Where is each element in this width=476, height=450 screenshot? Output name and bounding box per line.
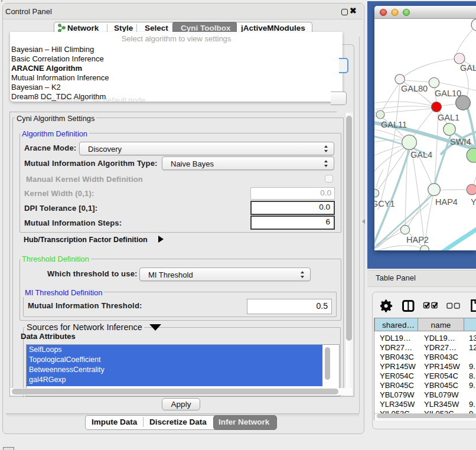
svg-text:SWI4: SWI4 (450, 137, 471, 146)
svg-text:GAL80: GAL80 (401, 84, 428, 93)
svg-text:GAL10: GAL10 (435, 89, 461, 98)
svg-text:GAL7: GAL7 (460, 63, 476, 73)
svg-text:Y: Y (471, 197, 476, 207)
svg-text:GAL11: GAL11 (381, 120, 407, 129)
svg-text:HAP4: HAP4 (435, 197, 458, 207)
svg-text:GAL1: GAL1 (438, 113, 459, 122)
svg-text:GAL4: GAL4 (410, 150, 432, 159)
svg-text:GCY1: GCY1 (374, 199, 395, 208)
svg-text:HAP2: HAP2 (406, 235, 429, 244)
